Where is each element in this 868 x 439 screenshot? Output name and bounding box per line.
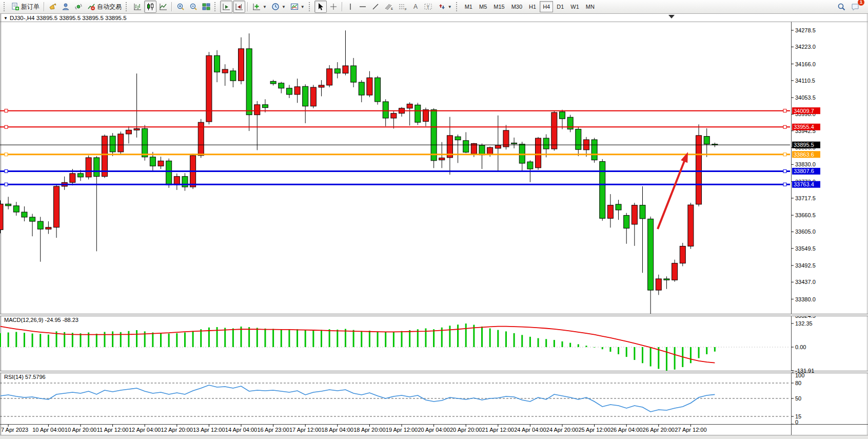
line-handle-marker[interactable]: [5, 169, 8, 173]
cursor-button[interactable]: [314, 1, 327, 13]
bar-chart-button[interactable]: [131, 1, 144, 13]
templates-button[interactable]: ▼: [288, 1, 307, 13]
candle-body: [423, 110, 428, 122]
timeframe-d1[interactable]: D1: [554, 1, 567, 12]
chat-button[interactable]: 1: [849, 1, 862, 13]
time-axis-label: 14 Apr 04:00: [225, 427, 257, 433]
candle-body: [415, 105, 421, 122]
timeframe-m30[interactable]: M30: [508, 1, 525, 12]
macd-histogram-bar: [136, 330, 137, 347]
candle-body: [359, 82, 364, 95]
auto-trading-button[interactable]: 自动交易: [85, 1, 124, 13]
line-handle-marker[interactable]: [783, 183, 786, 186]
line-handle-marker[interactable]: [783, 125, 786, 128]
time-axis-label: 10 Apr 04:00: [32, 427, 64, 433]
candlestick-button[interactable]: [144, 1, 156, 13]
announcement-icon: [49, 3, 57, 11]
price-axis-label: 34110.5: [795, 78, 815, 84]
line-handle-marker[interactable]: [783, 169, 786, 173]
timeframe-m5[interactable]: M5: [476, 1, 490, 12]
zoom-in-button[interactable]: [174, 1, 187, 13]
search-button[interactable]: [835, 1, 848, 13]
candle-body: [511, 143, 517, 144]
macd-histogram-bar: [626, 347, 627, 357]
vertical-line-button[interactable]: [345, 1, 356, 13]
candle-body: [576, 129, 581, 150]
chart-shift-button[interactable]: [233, 1, 245, 13]
indicators-button[interactable]: ▼: [250, 1, 269, 13]
symbol-title[interactable]: ▼DJ30-,H4 33895.5 33895.5 33895.5 33895.…: [4, 15, 127, 21]
label-button[interactable]: T: [422, 1, 435, 13]
fibonacci-button[interactable]: F: [396, 1, 409, 13]
auto-scroll-icon: [222, 3, 230, 11]
macd-histogram-bar: [160, 333, 162, 347]
candle-body: [479, 145, 485, 155]
timeframe-mn[interactable]: MN: [583, 1, 598, 12]
line-handle-marker[interactable]: [5, 125, 8, 128]
chevron-down-icon: ▼: [282, 5, 286, 9]
channel-button[interactable]: E: [382, 1, 396, 13]
zoom-out-icon: [189, 3, 198, 11]
announcement-button[interactable]: [47, 1, 59, 13]
time-axis-label: 25 Apr 12:00: [578, 427, 610, 433]
candle-body: [174, 177, 180, 185]
candle-body: [166, 161, 172, 185]
candle-body: [351, 66, 357, 82]
candle-body: [375, 78, 381, 102]
line-handle-marker[interactable]: [5, 153, 8, 156]
label-icon: T: [424, 3, 433, 11]
community-button[interactable]: [60, 1, 72, 13]
periods-button[interactable]: ▼: [269, 1, 288, 13]
macd-histogram-bar: [602, 347, 603, 349]
macd-histogram-bar: [337, 330, 338, 347]
line-handle-marker[interactable]: [783, 153, 786, 156]
arrows-button[interactable]: ▼: [436, 1, 454, 13]
macd-histogram-bar: [32, 334, 33, 347]
trendline-button[interactable]: [369, 1, 382, 13]
macd-histogram-bar: [674, 347, 676, 370]
line-chart-button[interactable]: [157, 1, 169, 13]
crosshair-button[interactable]: [327, 1, 340, 13]
timeframe-w1[interactable]: W1: [567, 1, 582, 12]
candle-body: [696, 136, 702, 204]
macd-histogram-bar: [321, 330, 322, 347]
current-price-badge: 33895.5: [794, 142, 814, 148]
macd-histogram-bar: [345, 329, 346, 347]
candle-body: [158, 161, 164, 166]
time-axis-label: 18 Apr 20:00: [353, 427, 385, 433]
candlestick-icon: [146, 3, 154, 11]
candle-body: [303, 86, 308, 106]
zoom-out-button[interactable]: [187, 1, 200, 13]
macd-histogram-bar: [594, 347, 595, 348]
macd-histogram-bar: [433, 329, 435, 347]
macd-histogram-bar: [578, 344, 579, 347]
pane-separator[interactable]: [0, 371, 868, 373]
macd-histogram-bar: [96, 334, 97, 347]
crosshair-icon: [329, 3, 338, 11]
price-axis-label: 34166.0: [795, 61, 816, 67]
signal-button[interactable]: [72, 1, 85, 13]
timeframe-m15[interactable]: M15: [490, 1, 507, 12]
auto-scroll-button[interactable]: [220, 1, 232, 13]
horizontal-line-button[interactable]: [357, 1, 369, 13]
line-handle-marker[interactable]: [5, 183, 8, 186]
pane-separator[interactable]: [0, 314, 868, 316]
chart-canvas[interactable]: 34278.534223.034166.034110.534053.533998…: [0, 14, 868, 439]
candle-body: [94, 158, 100, 177]
svg-text:A: A: [413, 3, 418, 10]
macd-histogram-bar: [288, 330, 290, 347]
candle-body: [254, 105, 260, 115]
macd-histogram-bar: [706, 347, 707, 354]
timeframe-m1[interactable]: M1: [462, 1, 476, 12]
timeframe-h4[interactable]: H4: [540, 1, 553, 12]
svg-text:T: T: [426, 5, 429, 10]
candle-body: [46, 227, 51, 229]
candle-body: [607, 205, 613, 219]
line-handle-marker[interactable]: [5, 109, 8, 112]
new-order-button[interactable]: 新订单: [9, 1, 42, 13]
line-handle-marker[interactable]: [783, 109, 786, 112]
tile-windows-button[interactable]: [200, 1, 212, 13]
timeframe-h1[interactable]: H1: [526, 1, 539, 12]
text-button[interactable]: A: [410, 1, 421, 13]
toolbar: 新订单 自动交易 ▼ ▼ ▼ E F A T ▼: [0, 0, 868, 14]
